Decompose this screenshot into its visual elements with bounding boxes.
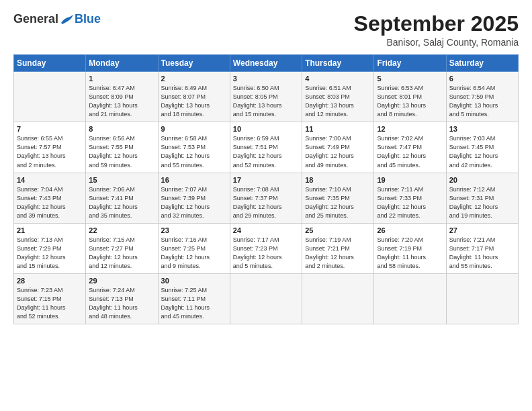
day-number: 3: [233, 75, 299, 83]
day-number: 15: [89, 176, 154, 184]
day-number: 4: [305, 75, 371, 83]
day-info: Sunrise: 7:00 AM Sunset: 7:49 PM Dayligh…: [305, 134, 371, 169]
day-info: Sunrise: 7:08 AM Sunset: 7:37 PM Dayligh…: [233, 185, 299, 220]
day-cell: 11Sunrise: 7:00 AM Sunset: 7:49 PM Dayli…: [302, 122, 374, 173]
day-number: 12: [377, 125, 443, 133]
day-cell: 16Sunrise: 7:07 AM Sunset: 7:39 PM Dayli…: [158, 173, 230, 223]
day-info: Sunrise: 7:23 AM Sunset: 7:15 PM Dayligh…: [17, 286, 83, 321]
day-cell: 1Sunrise: 6:47 AM Sunset: 8:09 PM Daylig…: [86, 72, 158, 122]
day-info: Sunrise: 7:25 AM Sunset: 7:11 PM Dayligh…: [161, 286, 227, 321]
header-row: SundayMondayTuesdayWednesdayThursdayFrid…: [14, 55, 519, 72]
day-cell: [302, 273, 374, 324]
day-cell: 7Sunrise: 6:55 AM Sunset: 7:57 PM Daylig…: [14, 122, 86, 173]
main-title: September 2025: [354, 12, 519, 36]
logo: General Blue: [13, 12, 101, 26]
day-info: Sunrise: 6:56 AM Sunset: 7:55 PM Dayligh…: [89, 134, 154, 169]
day-info: Sunrise: 6:47 AM Sunset: 8:09 PM Dayligh…: [89, 84, 154, 119]
day-cell: 27Sunrise: 7:21 AM Sunset: 7:17 PM Dayli…: [446, 223, 518, 273]
day-number: 30: [161, 277, 227, 285]
day-info: Sunrise: 6:58 AM Sunset: 7:53 PM Dayligh…: [161, 134, 227, 169]
day-cell: 17Sunrise: 7:08 AM Sunset: 7:37 PM Dayli…: [230, 173, 302, 223]
day-info: Sunrise: 7:19 AM Sunset: 7:21 PM Dayligh…: [305, 236, 371, 271]
day-cell: [374, 273, 446, 324]
day-cell: 13Sunrise: 7:03 AM Sunset: 7:45 PM Dayli…: [446, 122, 518, 173]
day-info: Sunrise: 7:07 AM Sunset: 7:39 PM Dayligh…: [161, 185, 227, 220]
day-cell: 6Sunrise: 6:54 AM Sunset: 7:59 PM Daylig…: [446, 72, 518, 122]
day-cell: 4Sunrise: 6:51 AM Sunset: 8:03 PM Daylig…: [302, 72, 374, 122]
day-number: 8: [89, 125, 154, 133]
day-number: 18: [305, 176, 371, 184]
day-info: Sunrise: 6:55 AM Sunset: 7:57 PM Dayligh…: [17, 134, 83, 169]
day-number: 11: [305, 125, 371, 133]
day-number: 21: [17, 226, 83, 234]
day-number: 24: [233, 226, 299, 234]
day-info: Sunrise: 7:16 AM Sunset: 7:25 PM Dayligh…: [161, 236, 227, 271]
col-header-monday: Monday: [86, 55, 158, 72]
day-cell: [446, 273, 518, 324]
day-number: 25: [305, 226, 371, 234]
day-cell: 28Sunrise: 7:23 AM Sunset: 7:15 PM Dayli…: [14, 273, 86, 324]
day-number: 1: [89, 75, 154, 83]
day-cell: 29Sunrise: 7:24 AM Sunset: 7:13 PM Dayli…: [86, 273, 158, 324]
day-info: Sunrise: 7:04 AM Sunset: 7:43 PM Dayligh…: [17, 185, 83, 220]
day-cell: 5Sunrise: 6:53 AM Sunset: 8:01 PM Daylig…: [374, 72, 446, 122]
day-number: 20: [449, 176, 515, 184]
day-cell: 25Sunrise: 7:19 AM Sunset: 7:21 PM Dayli…: [302, 223, 374, 273]
header: General Blue September 2025 Banisor, Sal…: [13, 12, 519, 48]
day-info: Sunrise: 7:20 AM Sunset: 7:19 PM Dayligh…: [377, 236, 443, 271]
day-info: Sunrise: 7:24 AM Sunset: 7:13 PM Dayligh…: [89, 286, 154, 321]
day-info: Sunrise: 7:17 AM Sunset: 7:23 PM Dayligh…: [233, 236, 299, 271]
day-cell: 26Sunrise: 7:20 AM Sunset: 7:19 PM Dayli…: [374, 223, 446, 273]
col-header-sunday: Sunday: [14, 55, 86, 72]
day-number: 23: [161, 226, 227, 234]
day-cell: 24Sunrise: 7:17 AM Sunset: 7:23 PM Dayli…: [230, 223, 302, 273]
week-row-1: 1Sunrise: 6:47 AM Sunset: 8:09 PM Daylig…: [14, 72, 519, 122]
col-header-wednesday: Wednesday: [230, 55, 302, 72]
day-cell: 9Sunrise: 6:58 AM Sunset: 7:53 PM Daylig…: [158, 122, 230, 173]
day-number: 13: [449, 125, 515, 133]
day-number: 14: [17, 176, 83, 184]
week-row-2: 7Sunrise: 6:55 AM Sunset: 7:57 PM Daylig…: [14, 122, 519, 173]
day-number: 2: [161, 75, 227, 83]
day-info: Sunrise: 7:06 AM Sunset: 7:41 PM Dayligh…: [89, 185, 154, 220]
day-number: 17: [233, 176, 299, 184]
logo-general: General: [13, 12, 58, 26]
logo-bird-icon: [60, 13, 75, 26]
day-info: Sunrise: 7:15 AM Sunset: 7:27 PM Dayligh…: [89, 236, 154, 271]
day-number: 27: [449, 226, 515, 234]
day-cell: 2Sunrise: 6:49 AM Sunset: 8:07 PM Daylig…: [158, 72, 230, 122]
day-info: Sunrise: 6:51 AM Sunset: 8:03 PM Dayligh…: [305, 84, 371, 119]
day-number: 28: [17, 277, 83, 285]
day-info: Sunrise: 6:53 AM Sunset: 8:01 PM Dayligh…: [377, 84, 443, 119]
week-row-5: 28Sunrise: 7:23 AM Sunset: 7:15 PM Dayli…: [14, 273, 519, 324]
week-row-4: 21Sunrise: 7:13 AM Sunset: 7:29 PM Dayli…: [14, 223, 519, 273]
logo-text: General Blue: [13, 12, 101, 26]
day-number: 22: [89, 226, 154, 234]
day-cell: 18Sunrise: 7:10 AM Sunset: 7:35 PM Dayli…: [302, 173, 374, 223]
day-info: Sunrise: 6:50 AM Sunset: 8:05 PM Dayligh…: [233, 84, 299, 119]
day-number: 7: [17, 125, 83, 133]
day-number: 26: [377, 226, 443, 234]
day-info: Sunrise: 7:03 AM Sunset: 7:45 PM Dayligh…: [449, 134, 515, 169]
day-number: 5: [377, 75, 443, 83]
day-info: Sunrise: 7:02 AM Sunset: 7:47 PM Dayligh…: [377, 134, 443, 169]
day-cell: [230, 273, 302, 324]
day-cell: 10Sunrise: 6:59 AM Sunset: 7:51 PM Dayli…: [230, 122, 302, 173]
day-info: Sunrise: 6:59 AM Sunset: 7:51 PM Dayligh…: [233, 134, 299, 169]
day-number: 19: [377, 176, 443, 184]
day-cell: 20Sunrise: 7:12 AM Sunset: 7:31 PM Dayli…: [446, 173, 518, 223]
day-number: 16: [161, 176, 227, 184]
day-info: Sunrise: 7:12 AM Sunset: 7:31 PM Dayligh…: [449, 185, 515, 220]
day-cell: 3Sunrise: 6:50 AM Sunset: 8:05 PM Daylig…: [230, 72, 302, 122]
day-info: Sunrise: 7:11 AM Sunset: 7:33 PM Dayligh…: [377, 185, 443, 220]
day-number: 9: [161, 125, 227, 133]
day-cell: 15Sunrise: 7:06 AM Sunset: 7:41 PM Dayli…: [86, 173, 158, 223]
title-block: September 2025 Banisor, Salaj County, Ro…: [354, 12, 519, 48]
day-cell: 19Sunrise: 7:11 AM Sunset: 7:33 PM Dayli…: [374, 173, 446, 223]
col-header-saturday: Saturday: [446, 55, 518, 72]
day-info: Sunrise: 7:13 AM Sunset: 7:29 PM Dayligh…: [17, 236, 83, 271]
calendar-page: General Blue September 2025 Banisor, Sal…: [0, 0, 532, 411]
day-number: 29: [89, 277, 154, 285]
day-number: 6: [449, 75, 515, 83]
calendar-table: SundayMondayTuesdayWednesdayThursdayFrid…: [13, 54, 519, 324]
